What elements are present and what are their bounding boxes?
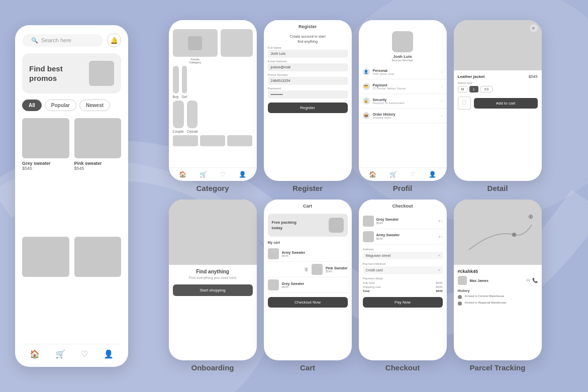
cat-item-girl[interactable]: Girl	[182, 66, 187, 99]
onboarding-text: Find anything Find everything you need h…	[169, 265, 257, 300]
fullname-label: Full Name	[268, 46, 348, 49]
delete-icon[interactable]: 🗑	[304, 267, 309, 272]
main-phone-col: 🔍 Search here 🔔 Find bestpromos All Popu…	[15, 25, 128, 367]
wishlist-icon[interactable]: ♡	[81, 349, 88, 359]
product-price: $545	[22, 166, 69, 171]
checkout-item-qty: 2 ↕	[438, 220, 442, 223]
subtotal-row: Sub total $545	[363, 281, 443, 285]
size-L[interactable]: L	[469, 86, 478, 92]
cat-item-boy[interactable]: Boy	[173, 66, 179, 99]
size-M[interactable]: M	[458, 86, 468, 92]
cart-icon[interactable]: 🛒	[389, 171, 397, 178]
cart-item-image	[268, 279, 279, 290]
phone-icon[interactable]: 📞	[532, 278, 538, 283]
cart-item-1[interactable]: Army Sweater $545	[268, 246, 348, 262]
bottom-row: Find anything Find everything you need h…	[137, 200, 573, 372]
history-title: History	[458, 289, 538, 292]
profil-badge: Bronze Member	[392, 59, 414, 62]
promo-banner: Find bestpromos	[22, 53, 121, 93]
register-button[interactable]: Register	[268, 103, 348, 113]
search-input[interactable]: 🔍 Search here	[22, 34, 103, 47]
address-value[interactable]: Maguwan street ›	[363, 252, 443, 259]
cart-item-name: Pink Sweater	[326, 266, 348, 270]
cart-item-price: $545	[282, 285, 305, 288]
history-dot-icon	[458, 295, 462, 299]
profil-menu-personal[interactable]: 👤 Personal Profil, phone, email ›	[359, 65, 447, 79]
detail-phone: ✕ Leather jacket $545 Select size M L XS	[454, 20, 542, 181]
cat-main-label: GoodsCategory	[173, 58, 218, 64]
home-icon[interactable]: 🏠	[179, 171, 186, 178]
phone-input[interactable]: 2484513254	[268, 77, 348, 85]
courier-contact-icons: ✉ 📞	[526, 278, 538, 283]
cat-side-img	[221, 29, 253, 57]
wishlist-icon[interactable]: ♡	[410, 171, 416, 178]
payment-detail-label: Payment detail	[363, 277, 443, 280]
profile-icon[interactable]: 👤	[239, 171, 246, 178]
cat-img-couple	[173, 101, 184, 128]
email-input[interactable]: josluis@mail	[268, 63, 348, 71]
category-label: Category	[196, 184, 229, 192]
cat-label-girl: Girl	[182, 95, 187, 99]
onboarding-col: Find anything Find everything you need h…	[169, 200, 257, 372]
product-card[interactable]	[22, 237, 69, 340]
payment-method-value[interactable]: Credit card ›	[363, 266, 443, 274]
product-card[interactable]	[74, 237, 122, 340]
profil-menu-payment[interactable]: 💳 Payment CC Number, Method, Paymet ›	[359, 79, 447, 94]
message-icon[interactable]: ✉	[526, 278, 530, 283]
pay-now-button[interactable]: Pay Now	[363, 297, 443, 308]
svg-point-3	[512, 233, 516, 237]
home-icon[interactable]: 🏠	[30, 349, 40, 359]
cat-item-couple[interactable]: Couple	[173, 101, 184, 133]
tab-newest[interactable]: Newest	[79, 100, 110, 111]
password-input[interactable]: ••••••••••	[268, 90, 348, 99]
close-button[interactable]: ✕	[530, 24, 538, 32]
profil-menu-security[interactable]: 🔒 Security Password, 2F Authentication ›	[359, 94, 447, 109]
profile-icon[interactable]: 👤	[429, 171, 436, 178]
profil-menu-orders[interactable]: 📦 Order History Shopping history ›	[359, 109, 447, 123]
size-XS[interactable]: XS	[480, 86, 492, 92]
cart-label: Cart	[300, 363, 315, 372]
cat-strip-3	[227, 135, 252, 146]
category-footer: 🏠 🛒 ♡ 👤	[169, 167, 257, 181]
cat-item-casual[interactable]: Casual	[187, 101, 198, 133]
wishlist-icon[interactable]: ♡	[220, 171, 226, 178]
cart-item-3[interactable]: Grey Sweater $545	[268, 277, 348, 293]
main-phone: 🔍 Search here 🔔 Find bestpromos All Popu…	[15, 25, 128, 367]
detail-product-name: Leather jacket	[458, 74, 485, 79]
category-body: GoodsCategory Boy	[169, 26, 257, 167]
notification-bell-icon[interactable]: 🔔	[107, 33, 121, 47]
tab-popular[interactable]: Popular	[45, 100, 76, 111]
tab-all[interactable]: All	[22, 100, 42, 111]
product-card[interactable]: Grey sweater $545	[22, 118, 69, 232]
cat-label-boy: Boy	[173, 95, 179, 99]
shipping-row: Shipping cost $545	[363, 285, 443, 289]
detail-info-area: Leather jacket $545 Select size M L XS ♡…	[454, 70, 542, 114]
detail-actions: ♡ Add to cart	[458, 96, 538, 110]
cart-item-2[interactable]: 🗑 Pink Sweater $545	[268, 262, 348, 277]
register-phone: Register Create account to startfind any…	[264, 20, 352, 181]
cat-img-girl	[182, 66, 187, 93]
profil-menu-left: 👤 Personal Profil, phone, email	[363, 68, 395, 75]
cat-side-item	[221, 29, 253, 64]
wishlist-button[interactable]: ♡	[458, 96, 471, 110]
product-image	[74, 118, 122, 158]
cart-icon[interactable]: 🛒	[200, 171, 207, 178]
fullname-input[interactable]: Josh Luis	[268, 50, 348, 58]
product-grid: Grey sweater $545 Pink sweater $545	[22, 118, 121, 340]
cat-main-img	[173, 29, 218, 57]
cart-icon[interactable]: 🛒	[55, 349, 65, 359]
add-to-cart-button[interactable]: Add to cart	[474, 98, 538, 109]
start-shopping-button[interactable]: Start shopping	[173, 284, 253, 296]
phone-label: Phone Number	[268, 73, 348, 76]
home-icon[interactable]: 🏠	[369, 171, 376, 178]
cart-item-image	[268, 248, 279, 259]
profil-menu-text-payment: Payment CC Number, Method, Paymet	[373, 83, 406, 90]
cat-row-2: Couple Casual	[173, 101, 253, 133]
checkout-now-button[interactable]: Checkout Now	[268, 297, 348, 308]
product-card[interactable]: Pink sweater $545	[74, 118, 122, 232]
main-layout: 🔍 Search here 🔔 Find bestpromos All Popu…	[0, 0, 588, 392]
payment-icon: 💳	[363, 83, 370, 90]
history-dot-icon	[458, 302, 462, 306]
profile-icon[interactable]: 👤	[104, 349, 114, 359]
detail-product-price: $545	[529, 74, 538, 79]
